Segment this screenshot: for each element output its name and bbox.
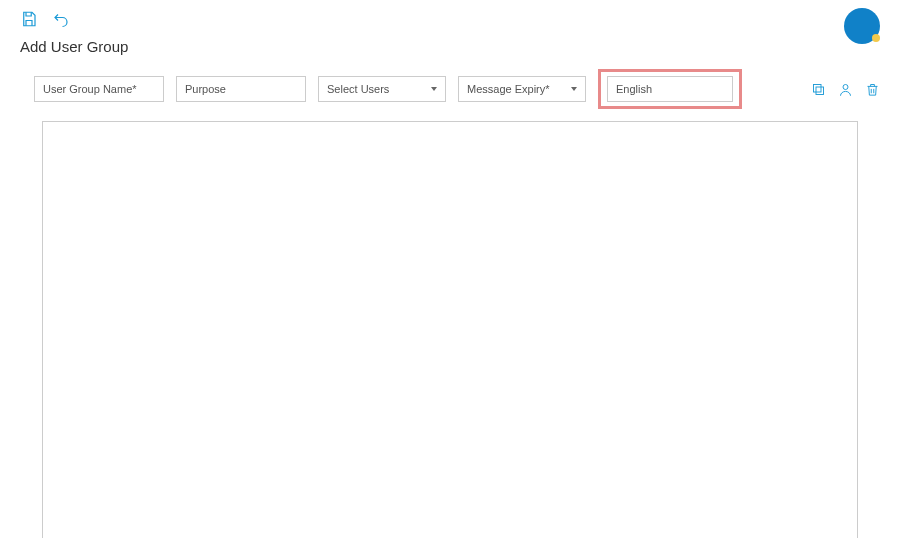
top-toolbar	[0, 0, 900, 32]
svg-point-2	[843, 84, 848, 89]
dropdown-label: Message Expiry*	[467, 83, 550, 95]
form-row: User Group Name* Purpose Select Users Me…	[0, 69, 900, 121]
language-dropdown[interactable]: English	[607, 76, 733, 102]
person-icon[interactable]	[838, 82, 853, 97]
placeholder-text: Purpose	[185, 83, 226, 95]
row-action-icons	[811, 82, 880, 97]
undo-icon[interactable]	[52, 10, 70, 28]
copy-icon[interactable]	[811, 82, 826, 97]
placeholder-text: User Group Name*	[43, 83, 137, 95]
chevron-down-icon	[431, 87, 437, 91]
content-area[interactable]	[42, 121, 858, 538]
dropdown-label: Select Users	[327, 83, 389, 95]
avatar[interactable]	[844, 8, 880, 44]
user-group-name-input[interactable]: User Group Name*	[34, 76, 164, 102]
message-expiry-dropdown[interactable]: Message Expiry*	[458, 76, 586, 102]
purpose-input[interactable]: Purpose	[176, 76, 306, 102]
highlighted-language-field: English	[598, 69, 742, 109]
page-title: Add User Group	[0, 32, 900, 69]
select-users-dropdown[interactable]: Select Users	[318, 76, 446, 102]
chevron-down-icon	[571, 87, 577, 91]
trash-icon[interactable]	[865, 82, 880, 97]
save-icon[interactable]	[20, 10, 38, 28]
dropdown-value: English	[616, 83, 652, 95]
svg-rect-1	[814, 84, 822, 92]
svg-rect-0	[816, 87, 824, 95]
